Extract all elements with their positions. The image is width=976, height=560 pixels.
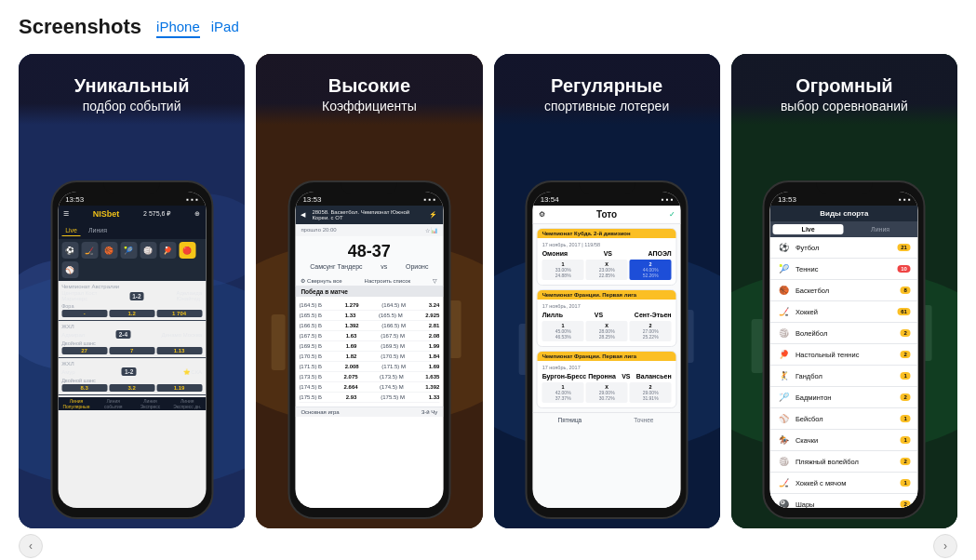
phone-body-1: 13:53 ▪ ▪ ▪ ☰ NISbet 2 575,6 ₽ ⊕ — [50, 180, 213, 519]
card4-subtitle: выбор соревнований — [746, 99, 943, 113]
card2-overlay: Высокие Коэффициенты — [256, 54, 482, 125]
sport-item-hockey: 🏒 Хоккей 61 — [770, 301, 918, 323]
header: Screenshots iPhone iPad — [19, 15, 957, 39]
phone-notch-4 — [816, 182, 872, 193]
toto-match-3: Чемпионат Франции. Первая лига 17 ноябрь… — [537, 351, 677, 408]
toto-odds-1: 1 33.00% 24.88% X 23.00% 22.85% — [542, 260, 672, 280]
card3-subtitle: спортивные лотереи — [509, 99, 705, 113]
sports-tabs: Live Линия — [770, 221, 918, 237]
card2-title: Высокие — [271, 74, 467, 97]
screenshot-card-2: Высокие Коэффициенты 13:53 ▪ ▪ ▪ — [256, 54, 482, 528]
card1-subtitle: подбор событий — [33, 99, 230, 113]
phone-body-4: 13:53 ▪ ▪ ▪ Виды спорта Live Линия — [763, 180, 926, 519]
odds-row-6: (170.5) Б 1.82 (170.5) М 1.84 — [299, 352, 439, 362]
phone-body-2: 13:53 ▪ ▪ ▪ ◀ 28058. Баскетбол. Чемпиона… — [287, 180, 450, 519]
sports-screen: Виды спорта Live Линия ⚽ Футбол — [770, 206, 918, 508]
odds-row-9: (174.5) Б 2.664 (174.5) М 1.392 — [299, 382, 439, 393]
phone-notch-3 — [579, 182, 635, 193]
game-header-2: ◀ 28058. Баскетбол. Чемпионат Южной Коре… — [295, 206, 443, 224]
teams-row-2: Самсунг Тандерс vs Орионс — [301, 263, 437, 270]
phone-notch-1 — [104, 182, 160, 193]
sport-item-beachvolley: 🏐 Пляжный волейбол 2 — [770, 451, 918, 473]
sport-item-bowls: 🎱 Шары 2 — [770, 494, 918, 508]
match-row-1c: ЖХЛ Амур 1-2 ⭐ СКА Двойной шанс 8.3 3.2 — [58, 358, 206, 395]
phone-screen-1: 13:53 ▪ ▪ ▪ ☰ NISbet 2 575,6 ₽ ⊕ — [58, 192, 206, 508]
screenshot-card-3: Регулярные спортивные лотереи 13:54 ▪ ▪ … — [494, 54, 720, 528]
scroll-left-button[interactable]: ‹ — [19, 534, 43, 558]
card4-overlay: Огромный выбор соревнований — [731, 54, 957, 125]
toto-match-1: Чемпионат Кубда. 2-й дивизион 17 ноябрь,… — [537, 228, 677, 286]
sport-item-football: ⚽ Футбол 21 — [770, 237, 918, 259]
phone-screen-2: 13:53 ▪ ▪ ▪ ◀ 28058. Баскетбол. Чемпиона… — [295, 192, 443, 508]
sport-icons-row-1: ⚽ 🏒 🏀 🎾 🏐 🏓 🔴 ⚾ — [58, 239, 206, 281]
phone-mockup-4: 13:53 ▪ ▪ ▪ Виды спорта Live Линия — [763, 180, 926, 519]
game-score-area-2: 48-37 Самсунг Тандерс vs Орионс — [295, 236, 443, 275]
toto-header: ⚙ Тото ✓ — [533, 206, 681, 224]
tab-iphone[interactable]: iPhone — [156, 17, 200, 38]
card1-title: Уникальный — [33, 74, 230, 97]
screenshot-card-1: Уникальный подбор событий 13:53 ▪ ▪ ▪ — [19, 54, 245, 528]
toto-odds-3: 1 42.00% 37.37% X 29.00% 30.72% — [542, 382, 672, 403]
toto-match-2: Чемпионат Франции. Первая лига 17 ноябрь… — [537, 289, 677, 347]
toto-teams-2: Лилль VS Сент-Этьен — [542, 312, 672, 318]
tab-ipad[interactable]: iPad — [211, 17, 239, 38]
toto-teams-3: Бургон-Бресс Перонна VS Валансьен — [542, 373, 672, 380]
sport-item-handball: 🤾 Гандбол 1 — [770, 366, 918, 387]
odds-row-10: (175.5) Б 2.93 (175.5) М 1.33 — [299, 393, 439, 403]
sport-item-baseball: ⚾ Бейсбол 1 — [770, 408, 918, 430]
phone-mockup-1: 13:53 ▪ ▪ ▪ ☰ NISbet 2 575,6 ₽ ⊕ — [50, 180, 213, 519]
status-bar-1: 13:53 ▪ ▪ ▪ — [58, 192, 206, 206]
app-tabs-1: Live Линия — [58, 222, 206, 239]
phone-mockup-3: 13:54 ▪ ▪ ▪ ⚙ Тото ✓ — [526, 180, 689, 519]
card3-title: Регулярные — [509, 74, 705, 97]
status-bar-3: 13:54 ▪ ▪ ▪ — [533, 192, 681, 206]
status-bar-2: 13:53 ▪ ▪ ▪ — [295, 192, 443, 206]
odds-row-5: (169.5) Б 1.69 (169.5) М 1.99 — [299, 341, 439, 352]
sports-list: ⚽ Футбол 21 🎾 Теннис 10 — [770, 237, 918, 508]
card2-subtitle: Коэффициенты — [271, 99, 467, 113]
game-screen-2: ◀ 28058. Баскетбол. Чемпионат Южной Коре… — [295, 206, 443, 508]
sport-item-volleyball: 🏐 Волейбол 2 — [770, 323, 918, 344]
phone-notch-2 — [341, 182, 397, 193]
phone-mockup-2: 13:53 ▪ ▪ ▪ ◀ 28058. Баскетбол. Чемпиона… — [287, 180, 450, 519]
app-header-1: ☰ NISbet 2 575,6 ₽ ⊕ — [58, 206, 206, 222]
card1-overlay: Уникальный подбор событий — [19, 54, 245, 125]
card3-overlay: Регулярные спортивные лотереи — [494, 54, 720, 125]
toto-bottom-tabs: Пятница Точнее — [533, 412, 681, 427]
odds-row-8: (173.5) Б 2.075 (173.5) М 1.635 — [299, 372, 439, 382]
match-row-1b: ЖХЛ Адмирал 2-4 Динамо Москва Двойной ша… — [58, 321, 206, 358]
toto-teams-1: Омония VS АПОЭЛ — [542, 250, 672, 257]
svg-rect-22 — [751, 319, 763, 373]
odds-table-2: (164.5) Б 1.279 (164.5) М 3.24 (165.5) Б… — [295, 297, 443, 407]
phone-body-3: 13:54 ▪ ▪ ▪ ⚙ Тото ✓ — [526, 180, 689, 519]
toto-odds-2: 1 45.00% 46.53% X 28.00% 28.25% — [542, 321, 672, 341]
card4-title: Огромный — [746, 74, 943, 97]
status-bar-4: 13:53 ▪ ▪ ▪ — [770, 192, 918, 206]
phone-screen-4: 13:53 ▪ ▪ ▪ Виды спорта Live Линия — [770, 192, 918, 508]
sport-item-basketball: 🏀 Баскетбол 8 — [770, 280, 918, 301]
odds-row-7: (171.5) Б 2.008 (171.5) М 1.69 — [299, 362, 439, 372]
page: Screenshots iPhone iPad — [0, 0, 976, 560]
sport-item-bandy: 🏒 Хоккей с мячом 1 — [770, 473, 918, 494]
screenshots-container: Уникальный подбор событий 13:53 ▪ ▪ ▪ — [19, 54, 957, 528]
tab-group: iPhone iPad — [156, 17, 239, 38]
nav-arrows-row: ‹ › — [19, 528, 957, 558]
scroll-right-button[interactable]: › — [933, 534, 957, 558]
match-row-1a: Чемпионат Австралии Централ КостМаринерс… — [58, 281, 206, 321]
odds-row-2: (165.5) Б 1.33 (165.5) М 2.925 — [299, 311, 439, 321]
sport-item-racing: 🏇 Скачки 1 — [770, 430, 918, 451]
odds-row-1: (164.5) Б 1.279 (164.5) М 3.24 — [299, 300, 439, 311]
toto-screen: ⚙ Тото ✓ Чемпионат Кубда. 2-й дивизион — [533, 206, 681, 508]
odds-row-4: (167.5) Б 1.63 (167.5) М 2.08 — [299, 331, 439, 341]
sport-item-badminton: 🏸 Бадминтон 2 — [770, 387, 918, 408]
page-title: Screenshots — [19, 15, 141, 39]
svg-rect-10 — [272, 314, 286, 370]
odds-row-3: (166.5) Б 1.392 (166.5) М 2.81 — [299, 321, 439, 331]
phone-screen-3: 13:54 ▪ ▪ ▪ ⚙ Тото ✓ — [533, 192, 681, 508]
sport-item-tabletennis: 🏓 Настольный теннис 2 — [770, 344, 918, 366]
sports-header: Виды спорта — [770, 206, 918, 221]
sport-item-tennis: 🎾 Теннис 10 — [770, 259, 918, 280]
screenshot-card-4: Огромный выбор соревнований 13:53 ▪ ▪ ▪ — [731, 54, 957, 528]
